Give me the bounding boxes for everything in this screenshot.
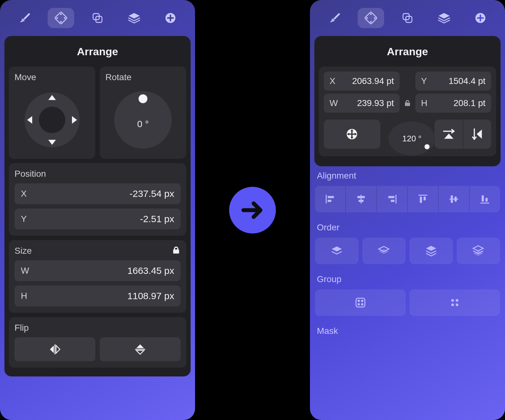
align-bottom-icon [478,193,491,205]
brush-icon [328,11,341,25]
svg-point-4 [64,17,66,19]
transform-section: X 2063.94 pt Y 1504.4 pt W 239.93 pt [319,67,496,156]
align-hcenter-button[interactable] [346,186,377,212]
move-label: Move [15,72,90,82]
position-y-value: 1504.4 pt [435,76,485,86]
tab-add[interactable] [467,8,494,28]
svg-rect-40 [451,299,454,302]
svg-rect-28 [424,197,426,200]
size-w-field[interactable]: W 1663.45 px [15,260,181,281]
position-x-field[interactable]: X 2063.94 pt [324,72,400,91]
svg-rect-17 [326,195,327,204]
svg-point-3 [56,17,58,19]
group-label: Group [317,274,498,284]
align-left-button[interactable] [315,186,346,212]
tab-arrange[interactable] [48,8,74,28]
move-dpad[interactable] [19,87,85,153]
svg-point-2 [60,21,62,23]
mask-section: Mask [315,326,500,341]
tab-add[interactable] [157,8,184,28]
arrow-right-icon [239,197,266,224]
size-w-value: 1663.45 px [37,265,174,276]
dial-handle-icon[interactable] [139,94,147,103]
chevron-down-icon[interactable] [48,140,56,145]
svg-rect-42 [451,304,454,306]
position-y-label: Y [21,214,32,224]
position-x-field[interactable]: X -237.54 px [15,183,181,204]
position-y-field[interactable]: Y 1504.4 pt [415,72,491,91]
size-lock-toggle[interactable] [402,99,413,107]
svg-rect-38 [358,303,360,305]
order-section: Order [315,222,500,264]
arrange-panel-before: Arrange Move [0,0,195,420]
rotate-value: 120 ° [402,134,422,144]
size-h-label: H [21,291,32,301]
align-hcenter-icon [355,193,367,205]
flip-label: Flip [15,323,181,333]
align-top-button[interactable] [408,186,439,212]
bring-forward-icon [377,245,390,257]
move-tool-button[interactable] [324,120,380,149]
tab-layers[interactable] [121,8,147,28]
top-toolbar [314,4,501,32]
panel-title: Arrange [314,36,501,67]
send-to-back-button[interactable] [457,238,500,264]
svg-rect-34 [485,198,488,202]
size-h-field[interactable]: H 1108.97 px [15,286,181,306]
tab-arrange[interactable] [358,8,384,28]
tab-combine[interactable] [394,8,421,28]
svg-rect-26 [419,195,427,196]
bring-to-front-icon [330,245,343,257]
arrange-card: Arrange X 2063.94 pt Y 1504.4 pt [314,36,501,166]
tab-style[interactable] [321,8,348,28]
lock-icon[interactable] [172,246,181,256]
move-icon [345,127,359,141]
align-vcenter-button[interactable] [439,186,470,212]
group-button[interactable] [315,289,406,316]
panel-title: Arrange [4,36,191,67]
size-h-field[interactable]: H 208.1 pt [415,94,491,113]
align-right-button[interactable] [377,186,408,212]
layers-icon [128,11,141,25]
dial-handle-icon[interactable] [425,144,430,149]
ungroup-button[interactable] [409,289,500,316]
svg-rect-35 [356,298,365,307]
bring-to-front-button[interactable] [315,238,359,264]
size-h-value: 1108.97 px [37,291,174,301]
svg-rect-24 [388,196,395,198]
rotate-dial[interactable]: 0 ° [110,87,176,153]
flip-horizontal-button[interactable] [15,337,95,361]
flip-horizontal-button[interactable] [435,120,462,149]
svg-rect-33 [482,195,484,202]
rotate-dial[interactable]: 120 ° [389,121,436,156]
size-w-field[interactable]: W 239.93 pt [324,94,400,113]
send-backward-button[interactable] [409,238,453,264]
chevron-left-icon[interactable] [27,116,32,124]
rotate-label: Rotate [105,72,181,82]
size-label: Size [15,246,32,256]
svg-rect-39 [361,303,363,305]
flip-vertical-button[interactable] [100,337,181,361]
send-to-back-icon [472,245,484,257]
position-y-field[interactable]: Y -2.51 px [15,209,181,229]
align-bottom-button[interactable] [470,186,500,212]
position-section: Position X -237.54 px Y -2.51 px [9,163,186,236]
position-y-label: Y [421,76,431,86]
position-label: Position [15,169,181,179]
tab-layers[interactable] [431,8,457,28]
alignment-section: Alignment [315,171,500,212]
size-w-label: W [21,266,32,276]
alignment-label: Alignment [317,171,498,181]
flip-vertical-icon [470,127,484,141]
svg-rect-27 [420,197,422,203]
chevron-up-icon[interactable] [48,95,56,100]
flip-vertical-button[interactable] [463,120,491,149]
flip-section: Flip [9,317,186,368]
arrange-icon [54,11,68,25]
tab-combine[interactable] [84,8,111,28]
chevron-right-icon[interactable] [72,116,77,124]
flip-horizontal-icon [442,127,456,141]
position-y-value: -2.51 px [37,214,174,224]
tab-style[interactable] [11,8,38,28]
bring-forward-button[interactable] [362,238,406,264]
